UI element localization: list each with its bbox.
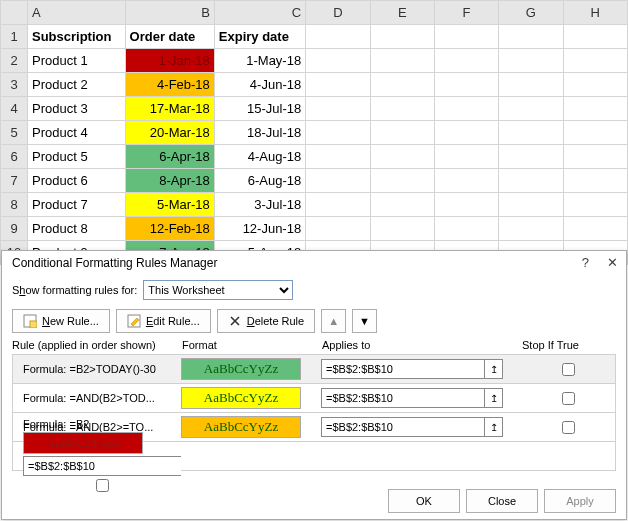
- table-row: 6Product 56-Apr-184-Aug-18: [1, 145, 628, 169]
- cell[interactable]: [306, 217, 370, 241]
- cell[interactable]: 3-Jul-18: [214, 193, 305, 217]
- row-header[interactable]: 3: [1, 73, 28, 97]
- row-header[interactable]: 6: [1, 145, 28, 169]
- cell[interactable]: 4-Feb-18: [125, 73, 214, 97]
- table-row: 2Product 11-Jan-181-May-18: [1, 49, 628, 73]
- close-icon[interactable]: ✕: [607, 255, 618, 265]
- table-row: 1SubscriptionOrder dateExpiry date: [1, 25, 628, 49]
- cell[interactable]: [306, 49, 370, 73]
- table-row: 4Product 317-Mar-1815-Jul-18: [1, 97, 628, 121]
- col-header[interactable]: A: [27, 1, 125, 25]
- cell[interactable]: [434, 49, 498, 73]
- cell[interactable]: [563, 145, 627, 169]
- cell[interactable]: 1-May-18: [214, 49, 305, 73]
- cell[interactable]: [370, 49, 434, 73]
- cell[interactable]: [306, 145, 370, 169]
- cell[interactable]: Product 8: [27, 217, 125, 241]
- cell[interactable]: 20-Mar-18: [125, 121, 214, 145]
- cell[interactable]: [563, 25, 627, 49]
- cell[interactable]: [434, 217, 498, 241]
- cell[interactable]: [563, 169, 627, 193]
- cell[interactable]: [370, 217, 434, 241]
- cell[interactable]: [499, 97, 563, 121]
- cell[interactable]: Order date: [125, 25, 214, 49]
- cell[interactable]: Product 5: [27, 145, 125, 169]
- row-header[interactable]: 4: [1, 97, 28, 121]
- col-header[interactable]: C: [214, 1, 305, 25]
- cell[interactable]: [370, 121, 434, 145]
- cell[interactable]: 18-Jul-18: [214, 121, 305, 145]
- cell[interactable]: [499, 193, 563, 217]
- cell[interactable]: Product 2: [27, 73, 125, 97]
- row-header[interactable]: 8: [1, 193, 28, 217]
- cell[interactable]: [370, 145, 434, 169]
- cell[interactable]: 1-Jan-18: [125, 49, 214, 73]
- cell[interactable]: Expiry date: [214, 25, 305, 49]
- cell[interactable]: [499, 25, 563, 49]
- cell[interactable]: [563, 97, 627, 121]
- row-header[interactable]: 5: [1, 121, 28, 145]
- col-header[interactable]: E: [370, 1, 434, 25]
- cell[interactable]: 15-Jul-18: [214, 97, 305, 121]
- cell[interactable]: [563, 217, 627, 241]
- conditional-formatting-dialog: Conditional Formatting Rules Manager ? ✕…: [1, 250, 627, 265]
- col-header[interactable]: G: [499, 1, 563, 25]
- cell[interactable]: [306, 121, 370, 145]
- cell[interactable]: [370, 25, 434, 49]
- cell[interactable]: Product 4: [27, 121, 125, 145]
- cell[interactable]: [499, 49, 563, 73]
- cell[interactable]: [306, 169, 370, 193]
- cell[interactable]: 4-Aug-18: [214, 145, 305, 169]
- cell[interactable]: [499, 121, 563, 145]
- cell[interactable]: 17-Mar-18: [125, 97, 214, 121]
- row-header[interactable]: 9: [1, 217, 28, 241]
- cell[interactable]: [306, 73, 370, 97]
- cell[interactable]: [434, 97, 498, 121]
- cell[interactable]: [563, 49, 627, 73]
- cell[interactable]: [434, 25, 498, 49]
- cell[interactable]: 12-Jun-18: [214, 217, 305, 241]
- col-header[interactable]: F: [434, 1, 498, 25]
- cell[interactable]: [499, 169, 563, 193]
- cell[interactable]: [499, 73, 563, 97]
- cell[interactable]: [306, 97, 370, 121]
- cell[interactable]: [563, 193, 627, 217]
- cell[interactable]: [563, 73, 627, 97]
- cell[interactable]: [370, 169, 434, 193]
- cell[interactable]: 6-Apr-18: [125, 145, 214, 169]
- cell[interactable]: Product 3: [27, 97, 125, 121]
- table-row: 3Product 24-Feb-184-Jun-18: [1, 73, 628, 97]
- help-icon[interactable]: ?: [582, 255, 589, 265]
- cell[interactable]: [499, 217, 563, 241]
- cell[interactable]: [434, 193, 498, 217]
- cell[interactable]: [434, 169, 498, 193]
- cell[interactable]: [306, 193, 370, 217]
- spreadsheet-grid[interactable]: A B C D E F G H 1SubscriptionOrder dateE…: [0, 0, 628, 265]
- row-header[interactable]: 7: [1, 169, 28, 193]
- cell[interactable]: [434, 73, 498, 97]
- cell[interactable]: Subscription: [27, 25, 125, 49]
- cell[interactable]: [434, 145, 498, 169]
- col-header[interactable]: B: [125, 1, 214, 25]
- cell[interactable]: [370, 97, 434, 121]
- col-header[interactable]: H: [563, 1, 627, 25]
- select-all-corner[interactable]: [1, 1, 28, 25]
- cell[interactable]: [499, 145, 563, 169]
- cell[interactable]: 12-Feb-18: [125, 217, 214, 241]
- cell[interactable]: [370, 73, 434, 97]
- cell[interactable]: 5-Mar-18: [125, 193, 214, 217]
- cell[interactable]: [306, 25, 370, 49]
- cell[interactable]: Product 6: [27, 169, 125, 193]
- col-header[interactable]: D: [306, 1, 370, 25]
- row-header[interactable]: 2: [1, 49, 28, 73]
- cell[interactable]: [434, 121, 498, 145]
- cell[interactable]: [370, 193, 434, 217]
- cell[interactable]: 8-Apr-18: [125, 169, 214, 193]
- cell[interactable]: 6-Aug-18: [214, 169, 305, 193]
- table-row: 9Product 812-Feb-1812-Jun-18: [1, 217, 628, 241]
- cell[interactable]: Product 7: [27, 193, 125, 217]
- cell[interactable]: [563, 121, 627, 145]
- row-header[interactable]: 1: [1, 25, 28, 49]
- cell[interactable]: Product 1: [27, 49, 125, 73]
- cell[interactable]: 4-Jun-18: [214, 73, 305, 97]
